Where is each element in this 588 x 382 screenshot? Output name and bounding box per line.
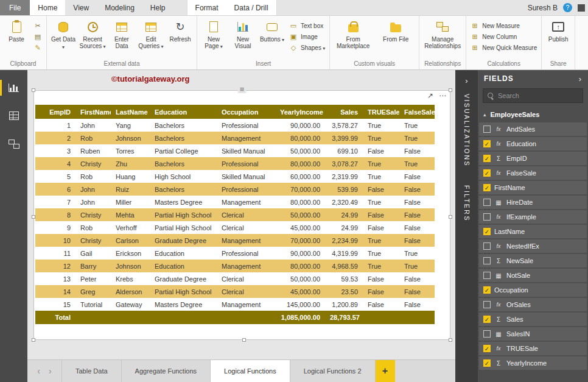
recent-sources-button[interactable]: Recent Sources xyxy=(78,17,107,50)
new-quick-measure-button[interactable]: New Quick Measure xyxy=(471,43,537,52)
page-tab-logical-functions[interactable]: Logical Functions xyxy=(211,360,290,382)
resize-handle[interactable] xyxy=(449,338,452,342)
get-data-button[interactable]: Get Data xyxy=(49,17,78,51)
field-item-empid[interactable]: ✓ΣEmpID xyxy=(479,152,587,165)
table-row[interactable]: 15TutorialGatewayMasters DegreeManagemen… xyxy=(35,298,435,311)
field-checkbox[interactable] xyxy=(483,242,491,250)
collapse-fields-icon[interactable]: › xyxy=(579,74,582,83)
field-item-truesale[interactable]: ✓fxTRUESale xyxy=(479,342,587,355)
resize-handle[interactable] xyxy=(449,88,452,92)
new-page-tab-button[interactable]: + xyxy=(376,360,395,382)
column-header-lastname[interactable]: LastName xyxy=(111,105,150,119)
field-checkbox[interactable]: ✓ xyxy=(483,345,491,352)
from-file-button[interactable]: From File xyxy=(374,17,417,43)
report-canvas[interactable]: ©tutorialgateway.org ≡ ↗ ⋯ xyxy=(27,70,455,359)
image-button[interactable]: Image xyxy=(289,32,325,41)
expand-pane-icon[interactable]: › xyxy=(465,76,467,85)
table-row[interactable]: 9RobVerhoffPartial High SchoolClerical45… xyxy=(35,221,435,234)
field-search[interactable] xyxy=(483,88,583,103)
copy-icon[interactable] xyxy=(33,32,42,41)
field-item-newsale[interactable]: ΣNewSale xyxy=(479,254,587,267)
page-tab-logical-functions-2[interactable]: Logical Functions 2 xyxy=(290,360,376,382)
more-options-icon[interactable]: ⋯ xyxy=(439,91,446,100)
field-item-occupation[interactable]: ✓Occupation xyxy=(479,283,587,297)
field-item-andsales[interactable]: fxAndSales xyxy=(479,122,587,136)
enter-data-button[interactable]: Enter Data xyxy=(107,17,136,49)
new-column-button[interactable]: New Column xyxy=(471,32,537,41)
field-checkbox[interactable] xyxy=(483,126,491,133)
table-node-employeesales[interactable]: ▴ EmployeeSales xyxy=(478,107,588,122)
user-name[interactable]: Suresh B xyxy=(528,4,558,12)
tab-modeling[interactable]: Modeling xyxy=(97,0,142,15)
tab-home[interactable]: Home xyxy=(30,0,65,15)
field-checkbox[interactable] xyxy=(483,199,491,206)
resize-handle[interactable] xyxy=(32,338,35,342)
refresh-button[interactable]: Refresh xyxy=(166,17,195,43)
table-row[interactable]: 12BarryJohnsonEducationManagement80,000.… xyxy=(35,260,435,272)
field-checkbox[interactable] xyxy=(483,330,491,338)
field-checkbox[interactable]: ✓ xyxy=(483,184,491,191)
field-item-ifexample[interactable]: fxIfExample xyxy=(479,210,587,224)
column-header-empid[interactable]: EmpID xyxy=(35,105,75,119)
table-row[interactable]: 3RubenTorresPartial CollegeSkilled Manua… xyxy=(35,144,435,157)
field-item-salesin[interactable]: ▦SalesIN xyxy=(479,327,587,341)
field-checkbox[interactable]: ✓ xyxy=(483,155,491,162)
prev-page-icon[interactable]: ‹ xyxy=(37,366,40,376)
field-item-education[interactable]: ✓fxEducation xyxy=(479,137,587,150)
field-checkbox[interactable]: ✓ xyxy=(483,169,491,177)
tab-help[interactable]: Help xyxy=(142,0,173,15)
table-row[interactable]: 6JohnRuizBachelorsProfessional70,000.005… xyxy=(35,183,435,196)
new-page-button[interactable]: New Page xyxy=(199,17,228,50)
column-header-firstname[interactable]: FirstName xyxy=(75,105,111,119)
tab-format[interactable]: Format xyxy=(187,0,226,15)
resize-handle[interactable] xyxy=(32,88,35,92)
shapes-button[interactable]: Shapes xyxy=(289,43,325,52)
page-tab-aggregate-functions[interactable]: Aggregate Functions xyxy=(122,360,211,382)
new-visual-button[interactable]: New Visual xyxy=(228,17,257,49)
tab-view[interactable]: View xyxy=(65,0,97,15)
cut-icon[interactable] xyxy=(33,21,42,30)
buttons-button[interactable]: Buttons xyxy=(257,17,287,43)
format-painter-icon[interactable] xyxy=(33,43,42,52)
table-visual[interactable]: ≡ ↗ ⋯ EmpIDFirstNameLastNameEducationOcc… xyxy=(33,90,450,340)
table-row[interactable]: 2RobJohnsonBachelorsManagement80,000.003… xyxy=(35,132,435,144)
resize-handle[interactable] xyxy=(32,215,35,219)
column-header-education[interactable]: Education xyxy=(150,105,217,119)
from-marketplace-button[interactable]: From Marketplace xyxy=(332,17,374,49)
table-row[interactable]: 7JohnMillerMasters DegreeManagement80,00… xyxy=(35,196,435,208)
text-box-button[interactable]: Text box xyxy=(289,21,325,30)
column-header-truesale[interactable]: TRUESale xyxy=(363,105,399,119)
field-checkbox[interactable] xyxy=(483,257,491,264)
field-item-nestedifex[interactable]: fxNestedIfEx xyxy=(479,239,587,253)
publish-button[interactable]: Publish xyxy=(544,17,573,43)
column-header-yearlyincome[interactable]: YearlyIncome xyxy=(275,105,325,119)
drag-handle-icon[interactable]: ≡ xyxy=(238,86,247,93)
field-item-yearlyincome[interactable]: ✓ΣYearlyIncome xyxy=(479,356,587,370)
table-row[interactable]: 5RobHuangHigh SchoolSkilled Manual60,000… xyxy=(35,170,435,183)
field-item-hiredate[interactable]: ▦HireDate xyxy=(479,196,587,209)
resize-handle[interactable] xyxy=(449,215,452,219)
field-checkbox[interactable] xyxy=(483,272,491,279)
edit-queries-button[interactable]: Edit Queries xyxy=(136,17,166,50)
field-item-orsales[interactable]: fxOrSales xyxy=(479,298,587,311)
tab-data-drill[interactable]: Data / Drill xyxy=(226,0,276,15)
table-row[interactable]: 11GailEricksonEducationProfessional90,00… xyxy=(35,247,435,260)
window-control-icon[interactable] xyxy=(578,4,585,12)
table-row[interactable]: 4ChristyZhuBachelorsProfessional80,000.0… xyxy=(35,157,435,170)
column-header-falsesale[interactable]: FalseSale xyxy=(399,105,435,119)
table-row[interactable]: 1JohnYangBachelorsProfessional90,000.003… xyxy=(35,119,435,132)
field-item-falsesale[interactable]: ✓fxFalseSale xyxy=(479,166,587,180)
table-row[interactable]: 8ChristyMehtaPartial High SchoolClerical… xyxy=(35,208,435,221)
focus-mode-icon[interactable]: ↗ xyxy=(427,91,433,100)
tab-file[interactable]: File xyxy=(0,0,30,15)
table-row[interactable]: 14GregAldersonPartial High SchoolClerica… xyxy=(35,285,435,298)
next-page-icon[interactable]: › xyxy=(49,366,52,376)
field-item-notsale[interactable]: ▦NotSale xyxy=(479,269,587,282)
page-tab-table-data[interactable]: Table Data xyxy=(61,360,122,382)
field-item-firstname[interactable]: ✓FirstName xyxy=(479,181,587,194)
visualizations-pane-tab[interactable]: VISUALIZATIONS xyxy=(463,94,471,167)
field-checkbox[interactable]: ✓ xyxy=(483,140,491,147)
filters-pane-tab[interactable]: FILTERS xyxy=(463,185,471,222)
field-checkbox[interactable]: ✓ xyxy=(483,359,491,367)
field-checkbox[interactable]: ✓ xyxy=(483,316,491,323)
